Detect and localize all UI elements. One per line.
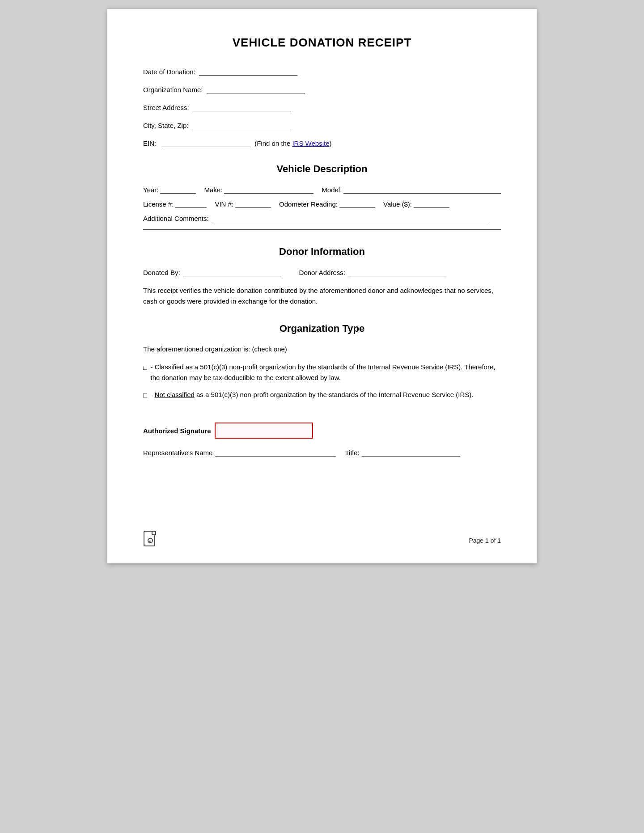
value-input [414, 200, 449, 208]
license-input [175, 200, 207, 208]
year-make-model-row: Year: Make: Model: [143, 186, 501, 194]
make-input [224, 186, 314, 194]
donated-by-group: Donated By: [143, 268, 281, 276]
make-label: Make: [204, 186, 222, 194]
document-page: VEHICLE DONATION RECEIPT Date of Donatio… [107, 9, 537, 563]
street-address-label: Street Address: [143, 104, 189, 111]
org-name-input-line [207, 85, 305, 93]
value-label: Value ($): [383, 200, 412, 208]
ein-input-line [161, 139, 251, 147]
ein-field: EIN: (Find on the IRS Website) [143, 139, 501, 147]
year-input [160, 186, 196, 194]
receipt-verification-text: This receipt verifies the vehicle donati… [143, 285, 501, 307]
year-label: Year: [143, 186, 158, 194]
page-title: VEHICLE DONATION RECEIPT [143, 36, 501, 50]
title-field: Title: [345, 448, 460, 457]
additional-comments-input [212, 214, 490, 222]
authorized-signature-label: Authorized Signature [143, 427, 211, 435]
not-classified-body-text: as a 501(c)(3) non-profit organization b… [196, 391, 474, 398]
donor-fields-row: Donated By: Donor Address: [143, 268, 501, 276]
footer-page-text: Page 1 of 1 [469, 537, 501, 544]
ein-label: EIN: [143, 140, 156, 147]
street-address-field: Street Address: [143, 103, 501, 111]
org-type-title: Organization Type [143, 323, 501, 334]
model-input [343, 186, 501, 194]
svg-rect-1 [152, 531, 156, 535]
license-label: License #: [143, 200, 174, 208]
classified-row: □ - Classified as a 501(c)(3) non-profit… [143, 362, 501, 383]
donor-address-input [348, 268, 446, 276]
footer-icon: e [143, 531, 157, 550]
ein-note: (Find on the IRS Website) [254, 140, 331, 147]
donated-by-label: Donated By: [143, 269, 180, 276]
title-input [362, 448, 460, 457]
date-of-donation-field: Date of Donation: [143, 68, 501, 76]
city-state-zip-input-line [192, 121, 291, 129]
not-classified-text: - Not classified as a 501(c)(3) non-prof… [150, 389, 501, 400]
additional-comments-label: Additional Comments: [143, 215, 209, 222]
title-label: Title: [345, 449, 359, 457]
odometer-label: Odometer Reading: [279, 200, 338, 208]
page-footer: e Page 1 of 1 [143, 531, 501, 550]
org-name-field: Organization Name: [143, 85, 501, 93]
svg-text:e: e [149, 539, 152, 543]
org-name-label: Organization Name: [143, 86, 203, 93]
signature-input-box[interactable] [215, 423, 313, 439]
donated-by-input [183, 268, 281, 276]
date-label: Date of Donation: [143, 68, 195, 76]
not-classified-underline-text: Not classified [155, 391, 195, 398]
rep-name-field: Representative's Name [143, 448, 336, 457]
not-classified-checkbox[interactable]: □ [143, 390, 147, 400]
classified-body-text: as a 501(c)(3) non-profit organization b… [150, 363, 495, 381]
city-state-zip-label: City, State, Zip: [143, 122, 188, 129]
rep-name-row: Representative's Name Title: [143, 448, 501, 457]
not-classified-dash: - [150, 391, 154, 398]
classified-text: - Classified as a 501(c)(3) non-profit o… [150, 362, 501, 383]
classified-dash: - [150, 363, 154, 371]
date-input-line [199, 68, 297, 76]
vehicle-description-title: Vehicle Description [143, 163, 501, 175]
rep-name-input [215, 448, 336, 457]
donor-info-title: Donor Information [143, 246, 501, 258]
check-one-label: The aforementioned organization is: (che… [143, 345, 501, 353]
street-address-input-line [193, 103, 291, 111]
vin-input [235, 200, 271, 208]
city-state-zip-field: City, State, Zip: [143, 121, 501, 129]
classified-underline-text: Classified [155, 363, 184, 371]
authorized-signature-row: Authorized Signature [143, 423, 501, 439]
vin-label: VIN #: [215, 200, 233, 208]
not-classified-row: □ - Not classified as a 501(c)(3) non-pr… [143, 389, 501, 400]
license-vin-row: License #: VIN #: Odometer Reading: Valu… [143, 200, 501, 208]
irs-website-link[interactable]: IRS Website [292, 140, 329, 147]
classified-checkbox[interactable]: □ [143, 363, 147, 372]
additional-comments-row: Additional Comments: [143, 214, 501, 222]
model-label: Model: [322, 186, 342, 194]
rep-name-label: Representative's Name [143, 449, 212, 457]
vehicle-divider [143, 229, 501, 230]
odometer-input [339, 200, 375, 208]
donor-address-group: Donor Address: [299, 268, 446, 276]
signature-section: Authorized Signature Representative's Na… [143, 423, 501, 457]
donor-address-label: Donor Address: [299, 269, 345, 276]
